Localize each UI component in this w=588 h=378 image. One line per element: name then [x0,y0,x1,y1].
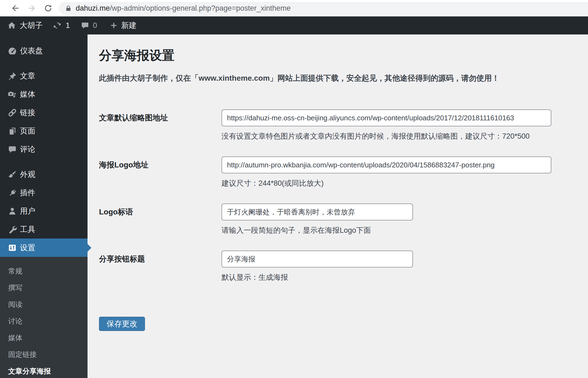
sidebar-item-pages[interactable]: 页面 [0,122,88,140]
wp-admin-bar: 大胡子 1 0 新建 [0,16,588,34]
sidebar-item-label: 插件 [20,188,35,198]
main-content: 分享海报设置 此插件由大胡子制作，仅在「www.xintheme.com」网站上… [88,34,588,378]
wrench-icon [7,224,18,235]
default-thumbnail-url-input[interactable] [222,109,551,126]
plus-icon [110,21,118,30]
home-icon [7,21,16,30]
adminbar-site-name: 大胡子 [20,20,43,31]
sidebar-item-users[interactable]: 用户 [0,202,88,220]
sidebar-item-label: 设置 [20,243,35,253]
field-label: 海报Logo地址 [99,156,222,188]
field-label: 分享按钮标题 [99,251,222,282]
submenu-item-share-poster[interactable]: 文章分享海报 [0,363,88,378]
wp-admin-sidebar: 仪表盘 文章 媒体 [0,34,88,378]
user-icon [7,206,18,216]
logo-slogan-input[interactable] [222,203,413,220]
sidebar-item-media[interactable]: 媒体 [0,85,88,103]
comments-bubble-icon [7,144,18,155]
adminbar-update-count: 1 [66,21,70,30]
adminbar-site-menu[interactable]: 大胡子 [7,16,43,34]
field-help-text: 默认显示：生成海报 [222,272,413,282]
sidebar-item-label: 外观 [20,169,35,180]
adminbar-new-label: 新建 [121,20,136,31]
form-row-default-thumbnail: 文章默认缩略图地址 没有设置文章特色图片或者文章内没有图片的时候，海报使用默认缩… [99,109,577,141]
poster-logo-url-input[interactable] [222,156,551,173]
adminbar-comments[interactable]: 0 [81,16,97,34]
paintbrush-icon [7,169,18,180]
browser-chrome: dahuzi.me/wp-admin/options-general.php?p… [0,0,588,16]
menu-separator [0,158,88,165]
sidebar-item-label: 工具 [20,224,35,235]
lock-icon [65,5,72,12]
field-help-text: 没有设置文章特色图片或者文章内没有图片的时候，海报使用默认缩略图，建议尺寸：72… [222,131,551,141]
adminbar-new-button[interactable]: 新建 [110,16,136,34]
plugin-description: 此插件由大胡子制作，仅在「www.xintheme.com」网站上面提供下载，安… [99,73,577,84]
form-row-logo-slogan: Logo标语 请输入一段简短的句子，显示在海报Logo下面 [99,203,577,235]
share-button-title-input[interactable] [222,251,413,267]
menu-separator [0,60,88,67]
sidebar-item-settings[interactable]: 设置 [0,239,88,257]
url-text: dahuzi.me/wp-admin/options-general.php?p… [76,4,291,13]
field-label: 文章默认缩略图地址 [99,109,222,141]
chain-link-icon [7,107,18,118]
submenu-item-reading[interactable]: 阅读 [0,296,88,313]
settings-form: 文章默认缩略图地址 没有设置文章特色图片或者文章内没有图片的时候，海报使用默认缩… [99,109,577,331]
sidebar-item-dashboard[interactable]: 仪表盘 [0,42,88,60]
sidebar-item-label: 评论 [20,144,35,155]
submenu-item-discussion[interactable]: 讨论 [0,313,88,330]
url-path: /wp-admin/options-general.php?page=poste… [110,4,291,12]
field-help-text: 请输入一段简短的句子，显示在海报Logo下面 [222,225,413,235]
adminbar-comment-count: 0 [93,21,97,30]
dashboard-gauge-icon [7,46,18,56]
sidebar-item-plugins[interactable]: 插件 [0,184,88,202]
comment-icon [81,21,89,30]
pages-icon [7,126,18,136]
camera-media-icon [7,89,18,100]
browser-reload-button[interactable] [43,3,53,13]
field-help-text: 建议尺寸：244*80(或同比放大) [222,178,551,188]
field-label: Logo标语 [99,203,222,235]
sidebar-item-label: 文章 [20,71,35,81]
form-row-share-button-title: 分享按钮标题 默认显示：生成海报 [99,251,577,282]
sidebar-item-label: 仪表盘 [20,46,43,56]
submenu-item-media[interactable]: 媒体 [0,330,88,346]
browser-forward-button[interactable] [27,3,37,13]
submenu-item-writing[interactable]: 撰写 [0,280,88,296]
forward-arrow-icon [27,4,36,13]
sidebar-item-links[interactable]: 链接 [0,103,88,122]
sidebar-item-label: 页面 [20,126,35,136]
sidebar-item-label: 链接 [20,107,35,118]
page-title: 分享海报设置 [99,47,577,63]
submenu-item-permalinks[interactable]: 固定链接 [0,346,88,363]
form-row-poster-logo: 海报Logo地址 建议尺寸：244*80(或同比放大) [99,156,577,188]
sidebar-item-label: 用户 [20,206,35,216]
settings-submenu: 常规 撰写 阅读 讨论 媒体 固定链接 文章分享海报 [0,257,88,378]
pushpin-icon [7,71,18,81]
plug-icon [7,188,18,198]
submenu-item-general[interactable]: 常规 [0,263,88,280]
url-domain: dahuzi.me [76,4,110,12]
back-arrow-icon [11,4,20,13]
settings-sliders-icon [7,243,18,253]
sidebar-item-comments[interactable]: 评论 [0,140,88,158]
sidebar-item-label: 媒体 [20,89,35,100]
address-bar[interactable]: dahuzi.me/wp-admin/options-general.php?p… [59,2,588,15]
sidebar-item-posts[interactable]: 文章 [0,67,88,85]
sidebar-item-appearance[interactable]: 外观 [0,165,88,184]
sidebar-item-tools[interactable]: 工具 [0,220,88,239]
adminbar-updates[interactable]: 1 [53,16,70,34]
update-icon [53,21,62,30]
reload-icon [44,4,53,13]
save-changes-button[interactable]: 保存更改 [99,317,145,331]
browser-back-button[interactable] [10,3,20,13]
